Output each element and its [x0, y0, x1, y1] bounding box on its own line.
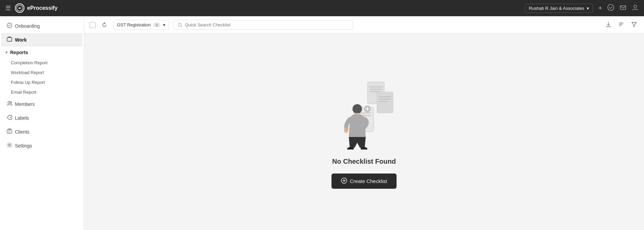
- main-content: GST Registration 0 ▾: [84, 16, 644, 230]
- sidebar-item-onboarding-label: Onboarding: [15, 23, 40, 29]
- create-checklist-label: Create Checklist: [350, 178, 387, 184]
- search-bar[interactable]: [173, 20, 353, 30]
- org-chevron-icon: ▾: [587, 6, 589, 11]
- search-icon: [178, 23, 182, 27]
- svg-point-12: [9, 144, 11, 146]
- svg-rect-5: [7, 38, 12, 41]
- members-icon: [7, 101, 12, 108]
- work-type-badge: 0: [153, 23, 160, 27]
- onboarding-icon: [7, 23, 12, 29]
- brand: eProcessify: [15, 3, 58, 13]
- export-icon[interactable]: [604, 20, 613, 30]
- svg-point-33: [353, 104, 362, 114]
- search-input[interactable]: [185, 22, 348, 27]
- svg-point-4: [7, 23, 12, 28]
- add-icon[interactable]: +: [598, 5, 602, 12]
- sidebar: Onboarding Work ▾ Reports Completion Rep…: [0, 16, 84, 230]
- sidebar-item-members-label: Members: [15, 101, 35, 107]
- sidebar-item-clients[interactable]: Clients: [1, 125, 82, 139]
- sidebar-item-labels[interactable]: Labels: [1, 111, 82, 125]
- create-checklist-button[interactable]: Create Checklist: [331, 174, 397, 189]
- svg-point-6: [8, 101, 10, 104]
- create-checklist-icon: [341, 178, 347, 185]
- select-all-checkbox[interactable]: [89, 22, 96, 28]
- sidebar-item-members[interactable]: Members: [1, 97, 82, 111]
- empty-illustration: [327, 75, 401, 150]
- sidebar-item-workload-report[interactable]: Workload Report: [0, 68, 84, 77]
- sidebar-item-work[interactable]: Work: [1, 33, 82, 47]
- svg-rect-9: [7, 130, 12, 133]
- svg-point-35: [344, 128, 348, 133]
- user-icon[interactable]: [632, 4, 639, 13]
- work-type-label: GST Registration: [117, 22, 150, 27]
- refresh-button[interactable]: [100, 20, 109, 30]
- sidebar-item-onboarding[interactable]: Onboarding: [1, 19, 82, 33]
- mail-icon[interactable]: [620, 4, 626, 13]
- brand-name: eProcessify: [27, 5, 58, 11]
- work-icon: [7, 37, 12, 43]
- hamburger-icon[interactable]: ☰: [5, 4, 11, 12]
- settings-icon: [7, 142, 12, 149]
- org-name: Rushab R Jain & Associates: [529, 6, 584, 11]
- app-body: Onboarding Work ▾ Reports Completion Rep…: [0, 16, 644, 230]
- empty-state: No Checklist Found Create Checklist: [84, 34, 644, 230]
- sidebar-item-clients-label: Clients: [15, 129, 29, 135]
- labels-icon: [7, 115, 12, 121]
- sidebar-reports-header[interactable]: ▾ Reports: [0, 47, 84, 58]
- sidebar-item-work-label: Work: [15, 37, 27, 43]
- svg-line-14: [181, 26, 182, 27]
- brand-logo: [15, 3, 24, 13]
- svg-point-7: [10, 102, 12, 104]
- toolbar: GST Registration 0 ▾: [84, 16, 644, 34]
- work-type-dropdown[interactable]: GST Registration 0 ▾: [113, 20, 169, 30]
- check-icon[interactable]: [607, 4, 614, 13]
- svg-rect-22: [377, 92, 393, 113]
- top-navbar: ☰ eProcessify Rushab R Jain & Associates…: [0, 0, 644, 16]
- sidebar-item-followup-report[interactable]: Follow Up Report: [0, 77, 84, 87]
- sidebar-reports-label: Reports: [10, 50, 28, 55]
- svg-point-1: [608, 4, 614, 10]
- sort-icon[interactable]: [617, 20, 626, 30]
- org-selector[interactable]: Rushab R Jain & Associates ▾: [525, 4, 593, 13]
- sidebar-item-labels-label: Labels: [15, 115, 29, 121]
- reports-chevron-icon: ▾: [5, 50, 7, 55]
- sidebar-item-email-report[interactable]: Email Report: [0, 87, 84, 97]
- empty-title: No Checklist Found: [332, 158, 396, 165]
- sidebar-item-completion-report[interactable]: Completion Report: [0, 58, 84, 68]
- sidebar-item-settings[interactable]: Settings: [1, 139, 82, 153]
- filter-icon[interactable]: [630, 20, 639, 30]
- svg-point-3: [634, 5, 637, 8]
- sidebar-item-settings-label: Settings: [15, 143, 32, 148]
- dropdown-chevron-icon: ▾: [163, 22, 165, 27]
- svg-rect-2: [620, 6, 626, 9]
- clients-icon: [7, 129, 12, 135]
- svg-point-8: [10, 117, 11, 118]
